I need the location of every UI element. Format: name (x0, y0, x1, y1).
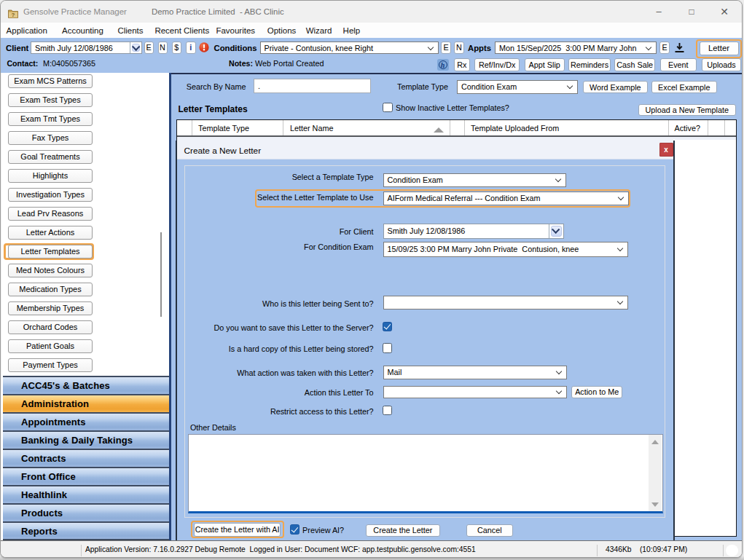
svg-text:?: ? (12, 12, 15, 18)
